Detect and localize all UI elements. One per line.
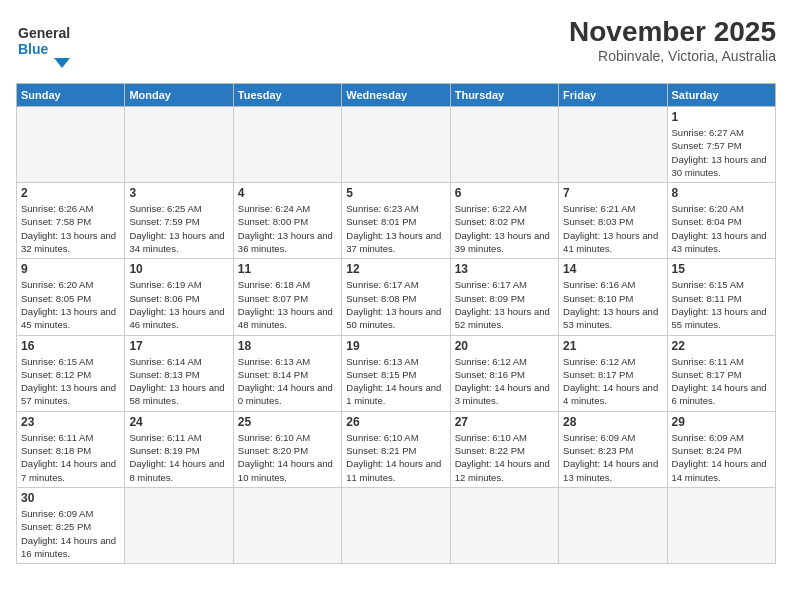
generalblue-logo-icon: General Blue: [16, 16, 86, 71]
calendar-day-cell: 24Sunrise: 6:11 AMSunset: 8:19 PMDayligh…: [125, 411, 233, 487]
day-number: 10: [129, 262, 228, 276]
day-number: 28: [563, 415, 662, 429]
day-number: 7: [563, 186, 662, 200]
calendar-day-cell: 28Sunrise: 6:09 AMSunset: 8:23 PMDayligh…: [559, 411, 667, 487]
day-info: Sunrise: 6:25 AMSunset: 7:59 PMDaylight:…: [129, 202, 228, 255]
day-number: 30: [21, 491, 120, 505]
calendar-day-cell: 6Sunrise: 6:22 AMSunset: 8:02 PMDaylight…: [450, 183, 558, 259]
day-info: Sunrise: 6:17 AMSunset: 8:08 PMDaylight:…: [346, 278, 445, 331]
calendar-day-cell: [450, 487, 558, 563]
calendar-header-row: SundayMondayTuesdayWednesdayThursdayFrid…: [17, 84, 776, 107]
day-number: 9: [21, 262, 120, 276]
day-number: 15: [672, 262, 771, 276]
calendar-day-cell: 3Sunrise: 6:25 AMSunset: 7:59 PMDaylight…: [125, 183, 233, 259]
day-number: 18: [238, 339, 337, 353]
svg-text:Blue: Blue: [18, 41, 49, 57]
calendar-day-cell: 1Sunrise: 6:27 AMSunset: 7:57 PMDaylight…: [667, 107, 775, 183]
day-info: Sunrise: 6:20 AMSunset: 8:05 PMDaylight:…: [21, 278, 120, 331]
calendar-day-cell: 22Sunrise: 6:11 AMSunset: 8:17 PMDayligh…: [667, 335, 775, 411]
day-info: Sunrise: 6:12 AMSunset: 8:17 PMDaylight:…: [563, 355, 662, 408]
day-info: Sunrise: 6:09 AMSunset: 8:23 PMDaylight:…: [563, 431, 662, 484]
day-info: Sunrise: 6:13 AMSunset: 8:14 PMDaylight:…: [238, 355, 337, 408]
calendar-day-cell: [559, 487, 667, 563]
day-info: Sunrise: 6:10 AMSunset: 8:21 PMDaylight:…: [346, 431, 445, 484]
calendar-day-cell: 18Sunrise: 6:13 AMSunset: 8:14 PMDayligh…: [233, 335, 341, 411]
day-number: 22: [672, 339, 771, 353]
calendar-day-cell: 25Sunrise: 6:10 AMSunset: 8:20 PMDayligh…: [233, 411, 341, 487]
calendar-day-cell: 7Sunrise: 6:21 AMSunset: 8:03 PMDaylight…: [559, 183, 667, 259]
calendar-day-cell: 13Sunrise: 6:17 AMSunset: 8:09 PMDayligh…: [450, 259, 558, 335]
day-number: 11: [238, 262, 337, 276]
day-number: 19: [346, 339, 445, 353]
day-info: Sunrise: 6:11 AMSunset: 8:19 PMDaylight:…: [129, 431, 228, 484]
day-info: Sunrise: 6:14 AMSunset: 8:13 PMDaylight:…: [129, 355, 228, 408]
calendar-day-cell: [342, 487, 450, 563]
day-number: 23: [21, 415, 120, 429]
day-number: 6: [455, 186, 554, 200]
svg-text:General: General: [18, 25, 70, 41]
day-info: Sunrise: 6:11 AMSunset: 8:17 PMDaylight:…: [672, 355, 771, 408]
calendar-day-cell: 8Sunrise: 6:20 AMSunset: 8:04 PMDaylight…: [667, 183, 775, 259]
day-of-week-header: Sunday: [17, 84, 125, 107]
day-number: 13: [455, 262, 554, 276]
day-info: Sunrise: 6:26 AMSunset: 7:58 PMDaylight:…: [21, 202, 120, 255]
calendar-day-cell: [17, 107, 125, 183]
calendar-day-cell: 15Sunrise: 6:15 AMSunset: 8:11 PMDayligh…: [667, 259, 775, 335]
day-number: 21: [563, 339, 662, 353]
day-info: Sunrise: 6:09 AMSunset: 8:24 PMDaylight:…: [672, 431, 771, 484]
calendar-subtitle: Robinvale, Victoria, Australia: [569, 48, 776, 64]
calendar-day-cell: 2Sunrise: 6:26 AMSunset: 7:58 PMDaylight…: [17, 183, 125, 259]
calendar-week-row: 30Sunrise: 6:09 AMSunset: 8:25 PMDayligh…: [17, 487, 776, 563]
day-info: Sunrise: 6:18 AMSunset: 8:07 PMDaylight:…: [238, 278, 337, 331]
calendar-day-cell: 17Sunrise: 6:14 AMSunset: 8:13 PMDayligh…: [125, 335, 233, 411]
calendar-week-row: 2Sunrise: 6:26 AMSunset: 7:58 PMDaylight…: [17, 183, 776, 259]
calendar-day-cell: [559, 107, 667, 183]
calendar-title: November 2025: [569, 16, 776, 48]
calendar-day-cell: [342, 107, 450, 183]
day-info: Sunrise: 6:17 AMSunset: 8:09 PMDaylight:…: [455, 278, 554, 331]
svg-marker-2: [54, 58, 70, 68]
title-block: November 2025 Robinvale, Victoria, Austr…: [569, 16, 776, 64]
day-info: Sunrise: 6:15 AMSunset: 8:11 PMDaylight:…: [672, 278, 771, 331]
calendar-week-row: 23Sunrise: 6:11 AMSunset: 8:18 PMDayligh…: [17, 411, 776, 487]
day-number: 8: [672, 186, 771, 200]
calendar-day-cell: 5Sunrise: 6:23 AMSunset: 8:01 PMDaylight…: [342, 183, 450, 259]
day-info: Sunrise: 6:15 AMSunset: 8:12 PMDaylight:…: [21, 355, 120, 408]
day-number: 3: [129, 186, 228, 200]
calendar-day-cell: [233, 487, 341, 563]
day-info: Sunrise: 6:10 AMSunset: 8:22 PMDaylight:…: [455, 431, 554, 484]
calendar-table: SundayMondayTuesdayWednesdayThursdayFrid…: [16, 83, 776, 564]
day-number: 25: [238, 415, 337, 429]
logo: General Blue: [16, 16, 86, 71]
calendar-day-cell: 27Sunrise: 6:10 AMSunset: 8:22 PMDayligh…: [450, 411, 558, 487]
calendar-day-cell: [450, 107, 558, 183]
calendar-day-cell: 29Sunrise: 6:09 AMSunset: 8:24 PMDayligh…: [667, 411, 775, 487]
day-number: 16: [21, 339, 120, 353]
day-info: Sunrise: 6:27 AMSunset: 7:57 PMDaylight:…: [672, 126, 771, 179]
calendar-day-cell: [125, 487, 233, 563]
calendar-day-cell: 30Sunrise: 6:09 AMSunset: 8:25 PMDayligh…: [17, 487, 125, 563]
day-of-week-header: Wednesday: [342, 84, 450, 107]
day-info: Sunrise: 6:21 AMSunset: 8:03 PMDaylight:…: [563, 202, 662, 255]
calendar-day-cell: 16Sunrise: 6:15 AMSunset: 8:12 PMDayligh…: [17, 335, 125, 411]
calendar-day-cell: 20Sunrise: 6:12 AMSunset: 8:16 PMDayligh…: [450, 335, 558, 411]
day-of-week-header: Thursday: [450, 84, 558, 107]
calendar-week-row: 16Sunrise: 6:15 AMSunset: 8:12 PMDayligh…: [17, 335, 776, 411]
calendar-week-row: 1Sunrise: 6:27 AMSunset: 7:57 PMDaylight…: [17, 107, 776, 183]
day-number: 26: [346, 415, 445, 429]
calendar-day-cell: 23Sunrise: 6:11 AMSunset: 8:18 PMDayligh…: [17, 411, 125, 487]
day-info: Sunrise: 6:12 AMSunset: 8:16 PMDaylight:…: [455, 355, 554, 408]
page-header: General Blue November 2025 Robinvale, Vi…: [16, 16, 776, 71]
day-number: 1: [672, 110, 771, 124]
day-number: 14: [563, 262, 662, 276]
calendar-week-row: 9Sunrise: 6:20 AMSunset: 8:05 PMDaylight…: [17, 259, 776, 335]
calendar-day-cell: 10Sunrise: 6:19 AMSunset: 8:06 PMDayligh…: [125, 259, 233, 335]
calendar-day-cell: 4Sunrise: 6:24 AMSunset: 8:00 PMDaylight…: [233, 183, 341, 259]
day-info: Sunrise: 6:13 AMSunset: 8:15 PMDaylight:…: [346, 355, 445, 408]
day-number: 12: [346, 262, 445, 276]
day-number: 4: [238, 186, 337, 200]
day-of-week-header: Monday: [125, 84, 233, 107]
day-info: Sunrise: 6:23 AMSunset: 8:01 PMDaylight:…: [346, 202, 445, 255]
day-info: Sunrise: 6:24 AMSunset: 8:00 PMDaylight:…: [238, 202, 337, 255]
day-number: 24: [129, 415, 228, 429]
